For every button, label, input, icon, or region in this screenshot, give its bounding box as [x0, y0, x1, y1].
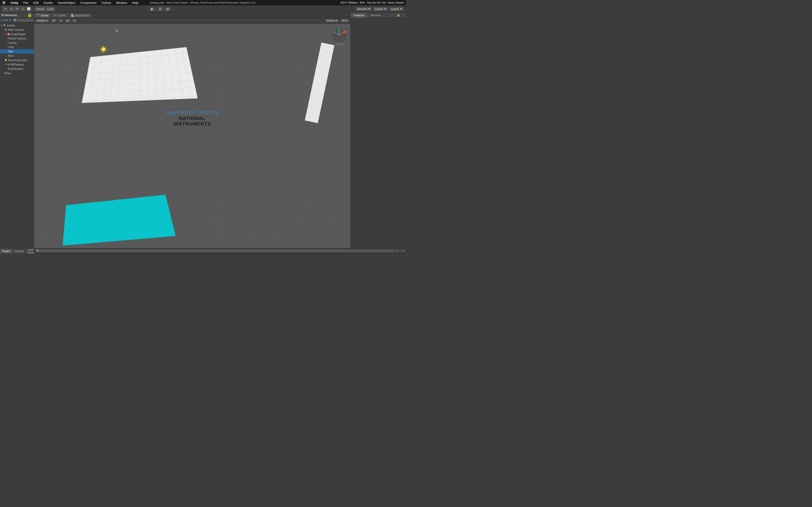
hierarchy-item-plane[interactable]: Plane: [0, 71, 34, 75]
transform-tools: ☩ ✛ ↻ ⤡ ⬜: [2, 6, 33, 12]
play-button[interactable]: ▶: [149, 6, 156, 12]
scale-tool[interactable]: ⤡: [20, 6, 26, 11]
hierarchy-lock[interactable]: 🔒: [27, 13, 32, 17]
hierarchy-toolbar: Create ▼: [0, 18, 34, 23]
create-label[interactable]: Create: [1, 19, 8, 21]
asset-breadcrumb: Assets ▶ Vuforia ▶ Editor ▶ VirtualButto…: [34, 253, 406, 253]
2d-toggle[interactable]: 2D: [51, 19, 57, 22]
inspector-panel: Inspector Services 🔒 ≡: [350, 12, 406, 248]
menu-window[interactable]: Window: [115, 1, 128, 5]
step-button[interactable]: ⏭: [164, 6, 172, 12]
tab-game[interactable]: 🎮 Game: [51, 13, 68, 18]
pause-button[interactable]: ⏸: [156, 6, 164, 12]
menu-unity[interactable]: Unity: [10, 1, 19, 5]
sun-icon: [99, 45, 108, 54]
battery: 95%: [360, 1, 365, 4]
rotate-tool[interactable]: ↻: [14, 6, 20, 11]
search-by-type-icon[interactable]: ☰: [395, 249, 398, 252]
search-by-label-icon[interactable]: 🏷: [399, 249, 401, 252]
scene-view[interactable]: Augmented Reality NATIONAL INSTRUMENTS: [34, 24, 350, 248]
gizmos-dropdown[interactable]: Gizmos▼: [325, 19, 339, 22]
cyan-plane: [63, 195, 175, 246]
window-title: testing.unity - New Unity Project – iPho…: [150, 1, 256, 4]
light-toggle[interactable]: ☀: [58, 19, 63, 22]
account-dropdown[interactable]: Account▼: [356, 7, 372, 11]
hierarchy-icon: ☰: [1, 13, 4, 17]
audio-toggle[interactable]: 🔊: [65, 19, 70, 22]
hierarchy-item-canvas[interactable]: Canvas: [0, 41, 34, 45]
menu-edit[interactable]: Edit: [32, 1, 39, 5]
hierarchy-title: Hierarchy: [5, 14, 17, 17]
cursor-indicator: [115, 30, 118, 32]
svg-line-8: [101, 51, 101, 52]
hierarchy-item-event-system[interactable]: EventSystem: [0, 67, 34, 71]
hierarchy-item-tree[interactable]: Tree: [0, 49, 34, 54]
inspector-lock-icon[interactable]: 🔒: [395, 13, 402, 17]
menu-file[interactable]: File: [22, 1, 30, 5]
hierarchy-item-particle-system[interactable]: Particle System: [0, 36, 34, 41]
user-name: Aaron Stretch: [388, 1, 404, 4]
move-tool[interactable]: ✛: [9, 6, 14, 11]
viewport-bg: Augmented Reality NATIONAL INSTRUMENTS: [34, 24, 350, 248]
svg-line-7: [105, 46, 106, 47]
svg-line-5: [101, 46, 101, 47]
tab-scene[interactable]: 🎬 Scene: [34, 13, 51, 18]
tab-services[interactable]: Services: [367, 12, 384, 18]
center-btn[interactable]: Center: [35, 6, 45, 11]
hand-tool[interactable]: ☩: [3, 6, 8, 11]
create-arrow: ▼: [9, 19, 12, 21]
tab-console[interactable]: Console: [12, 248, 26, 254]
toolbar-right: Account▼ Layers▼ Layout▼: [356, 7, 404, 11]
svg-text:X: X: [345, 31, 347, 33]
local-btn[interactable]: Local: [46, 6, 55, 11]
ar-text: Augmented Reality: [165, 109, 219, 116]
menu-help[interactable]: Help: [131, 1, 140, 5]
hierarchy-item-testing[interactable]: ▶ 🔍 testing: [0, 23, 34, 27]
pivot-group: Center Local: [34, 6, 56, 12]
ni-national: NATIONAL: [165, 116, 219, 121]
fx-toggle[interactable]: ✦: [72, 19, 77, 22]
inspector-menu-icon[interactable]: ≡: [402, 14, 406, 17]
unity-toolbar: ☩ ✛ ↻ ⤡ ⬜ Center Local ▶ ⏸ ⏭ Account▼ La…: [0, 5, 406, 12]
white-stripe: [305, 43, 334, 123]
project-panel: Project Console Audio Mixer Create ▼ ▼ ★…: [0, 248, 34, 253]
bottom-panels: Project Console Audio Mixer Create ▼ ▼ ★…: [0, 248, 406, 253]
inspector-content: [351, 18, 406, 248]
white-plane: [82, 47, 198, 103]
apple-menu[interactable]: ⌘: [2, 0, 6, 5]
scene-gizmo[interactable]: Y X ◁ Persp: [331, 26, 348, 44]
layout-dropdown[interactable]: Layout▼: [389, 7, 404, 11]
svg-line-6: [105, 51, 106, 52]
asset-browser: ☰ 🏷 ⊞ Assets ▶ Vuforia ▶ Editor ▶ Virtua…: [34, 248, 406, 253]
hierarchy-content: ▶ 🔍 testing 📷 Main Camera ▼ 🎯 ImageTarge…: [0, 23, 34, 248]
shading-dropdown[interactable]: Shaded▼: [35, 19, 49, 22]
cpu-temp: 205°F 5694pm: [340, 1, 358, 4]
rect-tool[interactable]: ⬜: [26, 6, 32, 11]
menu-assets[interactable]: Assets: [43, 1, 54, 5]
scene-composite: Augmented Reality NATIONAL INSTRUMENTS: [34, 24, 350, 248]
hierarchy-panel: ☰ Hierarchy 🔒 Create ▼ ▶ 🔍 testing 📷 Mai…: [0, 12, 34, 248]
view-toggle-icon[interactable]: ⊞: [402, 249, 405, 252]
hierarchy-header: ☰ Hierarchy 🔒: [0, 12, 34, 18]
main-layout: ☰ Hierarchy 🔒 Create ▼ ▶ 🔍 testing 📷 Mai…: [0, 12, 406, 248]
play-controls: ▶ ⏸ ⏭: [149, 6, 172, 12]
asset-search-input[interactable]: [35, 249, 394, 253]
svg-text:Y: Y: [338, 31, 340, 33]
hierarchy-item-cube[interactable]: Cube: [0, 45, 34, 49]
project-panel-tabs: Project Console Audio Mixer: [0, 248, 34, 253]
hierarchy-item-directional-light[interactable]: 💡 Directional Light: [0, 58, 34, 62]
layers-dropdown[interactable]: Layers▼: [373, 7, 388, 11]
menu-component[interactable]: Component: [79, 1, 97, 5]
mac-menubar: ⌘ Unity File Edit Assets GameObject Comp…: [0, 0, 406, 5]
hierarchy-item-word[interactable]: Word: [0, 54, 34, 58]
all-dropdown[interactable]: All▼: [341, 19, 349, 22]
menu-vuforia[interactable]: Vuforia: [100, 1, 112, 5]
ni-instruments: INSTRUMENTS: [165, 121, 219, 127]
hierarchy-item-main-camera[interactable]: 📷 Main Camera: [0, 27, 34, 32]
tab-inspector[interactable]: Inspector: [351, 12, 367, 18]
hierarchy-item-ar-camera[interactable]: ▼ 📷 ARCamera: [0, 62, 34, 67]
hierarchy-item-image-target[interactable]: ▼ 🎯 ImageTarget: [0, 32, 34, 36]
tab-asset-store[interactable]: 🏪 Asset Store: [68, 13, 92, 18]
tab-project[interactable]: Project: [0, 248, 12, 254]
menu-gameobject[interactable]: GameObject: [57, 1, 77, 5]
